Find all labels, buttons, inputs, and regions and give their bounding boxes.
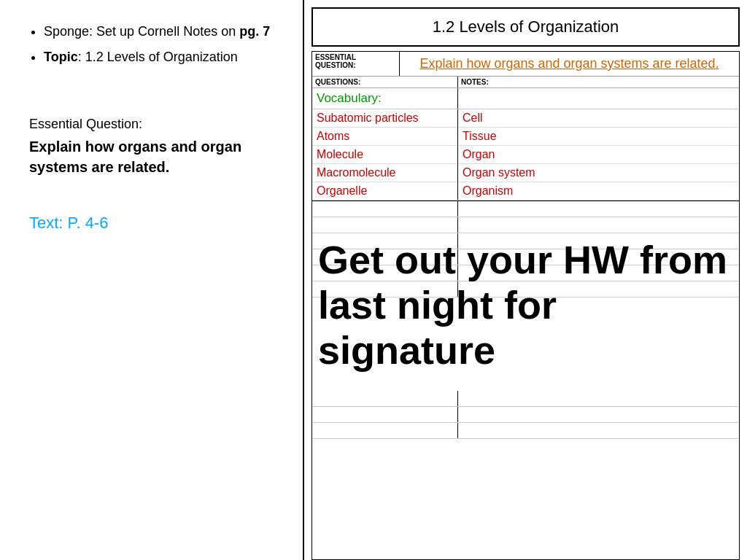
hw-line1: Get out your HW from bbox=[318, 237, 733, 282]
eq-label: Essential Question: bbox=[29, 117, 281, 132]
slide-title: 1.2 Levels of Organization bbox=[433, 18, 619, 36]
notes-col-header: NOTES: bbox=[458, 77, 492, 88]
bold-topic: Topic bbox=[44, 50, 78, 64]
bullet-list: Sponge: Set up Cornell Notes on pg. 7 To… bbox=[29, 22, 281, 73]
bold-pg7: pg. 7 bbox=[239, 24, 270, 39]
hw-section: Get out your HW from last night for sign… bbox=[312, 233, 739, 559]
notes-section: Get out your HW from last night for sign… bbox=[311, 201, 740, 560]
vocab-right-1: Cell bbox=[458, 109, 739, 128]
vocab-right-4: Organ system bbox=[458, 164, 739, 182]
vocab-left-2: Atoms bbox=[312, 128, 457, 146]
vocab-left-1: Subatomic particles bbox=[312, 109, 457, 128]
text-reference: Text: P. 4-6 bbox=[29, 214, 281, 233]
questions-col-header: QUESTIONS: bbox=[312, 77, 458, 88]
vocab-left-4: Macromolecule bbox=[312, 164, 457, 182]
vocab-left-5: Organelle bbox=[312, 182, 457, 200]
bullet-item-1: Sponge: Set up Cornell Notes on pg. 7 bbox=[44, 22, 281, 42]
empty-line-1 bbox=[312, 201, 739, 217]
vocab-notes-empty bbox=[458, 88, 739, 109]
title-box: 1.2 Levels of Organization bbox=[311, 7, 740, 47]
empty-line-2 bbox=[312, 217, 739, 233]
bullet-item-2: Topic: 1.2 Levels of Organization bbox=[44, 47, 281, 67]
vocab-right-col: Cell Tissue Organ Organ system Organism bbox=[458, 109, 739, 200]
vocab-left-3: Molecule bbox=[312, 146, 457, 164]
essential-content: Explain how organs and organ systems are… bbox=[400, 52, 739, 76]
right-panel: 1.2 Levels of Organization ESSENTIAL QUE… bbox=[303, 0, 747, 560]
vocab-right-5: Organism bbox=[458, 182, 739, 200]
vocab-label-row: Vocabulary: bbox=[312, 88, 739, 109]
vocab-items-row: Subatomic particles Atoms Molecule Macro… bbox=[312, 109, 739, 201]
vocab-label: Vocabulary: bbox=[312, 88, 458, 109]
left-panel: Sponge: Set up Cornell Notes on pg. 7 To… bbox=[0, 0, 303, 560]
cornell-table: ESSENTIAL QUESTION: Explain how organs a… bbox=[311, 51, 740, 201]
vocab-right-3: Organ bbox=[458, 146, 739, 164]
eq-text: Explain how organs and organ systems are… bbox=[29, 136, 281, 177]
essential-row: ESSENTIAL QUESTION: Explain how organs a… bbox=[312, 52, 739, 77]
hw-line2: last night for signature bbox=[318, 282, 733, 373]
questions-notes-header: QUESTIONS: NOTES: bbox=[312, 77, 739, 88]
vocab-right-2: Tissue bbox=[458, 128, 739, 146]
essential-label: ESSENTIAL QUESTION: bbox=[312, 52, 400, 76]
hw-text-block: Get out your HW from last night for sign… bbox=[312, 237, 739, 373]
vocab-left-col: Subatomic particles Atoms Molecule Macro… bbox=[312, 109, 458, 200]
